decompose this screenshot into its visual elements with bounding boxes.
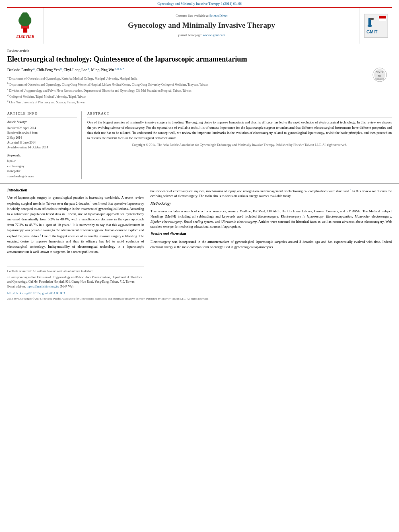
journal-title-section: Contents lists available at ScienceDirec… (43, 8, 360, 44)
body-right-column: the incidence of electrosurgical injurie… (150, 188, 392, 289)
methodology-paragraph: This review includes a search of electro… (150, 209, 392, 230)
abstract-text: One of the biggest enemies of minimally … (87, 120, 392, 140)
author-2-sup: b (60, 67, 62, 70)
journal-homepage: journal homepage: www.e-gmit.com (178, 33, 225, 37)
email-link[interactable]: mpwu@mail.chinei.org.tw (27, 285, 59, 288)
affil-c: c Division of Urogynecology and Pelvic F… (7, 87, 392, 93)
author-4-name: Ming-Ping Wu (91, 68, 114, 72)
author-1-name: Deeksha Pandey (7, 68, 33, 72)
bottom-links: http://dx.doi.org/10.1016/j.gmit.2014.06… (7, 291, 392, 301)
doi-anchor[interactable]: http://dx.doi.org/10.1016/j.gmit.2014.06… (7, 292, 65, 295)
results-heading: Results and discussion (150, 232, 392, 237)
elsevier-tree-icon (14, 12, 36, 33)
affiliations: a Department of Obstetrics and Gynecolog… (7, 75, 392, 105)
conflicts-footnote: Conflicts of interest: All authors have … (7, 269, 144, 273)
history-online: Available online 14 October 2014 (7, 145, 77, 150)
keyword-2: electrosurgery (7, 164, 77, 169)
author-3-sup: b (87, 67, 89, 70)
corresponding-label: Corresponding (9, 275, 27, 279)
affil-a: a Department of Obstetrics and Gynecolog… (7, 75, 392, 81)
affil-e: e Chia Nan University of Pharmacy and Sc… (7, 99, 392, 105)
affil-d: d College of Medicine, Taipei Medical Un… (7, 93, 392, 99)
methodology-heading: Methodology (150, 201, 392, 206)
gmit-logo: GMIT (364, 14, 388, 38)
article-info-header: ARTICLE INFO (7, 111, 77, 117)
affil-b: b Department of Obstetrics and Gynecolog… (7, 81, 392, 87)
keywords-list: bipolar electrosurgery monopolar vessel … (7, 159, 77, 179)
keyword-4: vessel sealing devices (7, 174, 77, 179)
abstract-header: ABSTRACT (87, 111, 392, 117)
history-accepted: Accepted 13 June 2014 (7, 140, 77, 145)
results-paragraph: Electrosurgery was incorporated in the a… (150, 239, 392, 250)
article-history-label: Article history: (7, 120, 77, 124)
svg-text:Check: Check (376, 71, 384, 74)
intro-right-paragraph: the incidence of electrosurgical injurie… (150, 188, 392, 199)
keywords-label: Keywords: (7, 153, 77, 158)
author-1-sup: a (33, 67, 35, 70)
svg-text:GMIT: GMIT (366, 29, 378, 34)
elsevier-logo-container: ELSEVIER (7, 8, 43, 44)
article-title: Electrosurgical technology: Quintessence… (7, 55, 392, 64)
intro-heading: Introduction (7, 188, 144, 193)
history-revised-date: 2 May 2014 (7, 136, 77, 140)
doi-link[interactable]: http://dx.doi.org/10.1016/j.gmit.2014.06… (7, 291, 392, 296)
abstract-copyright: Copyright © 2014, The Asia-Pacific Assoc… (87, 143, 392, 147)
sciencedirect-line: Contents lists available at ScienceDirec… (176, 14, 228, 18)
svg-text:updates: updates (375, 78, 384, 80)
keyword-3: monopolar (7, 169, 77, 174)
gmit-logo-container: GMIT (360, 8, 392, 44)
sciencedirect-link[interactable]: ScienceDirect (210, 14, 228, 18)
author-4-sup: c, d, e, * (114, 67, 124, 70)
footnotes-left: Conflicts of interest: All authors have … (7, 267, 144, 289)
intro-paragraph: Use of laparoscopic surgery in gynecolog… (7, 195, 144, 254)
article-info-column: ARTICLE INFO Article history: Received 2… (7, 111, 82, 179)
elsevier-logo: ELSEVIER (14, 12, 36, 39)
history-revised-label: Received in revised form (7, 131, 77, 136)
journal-url[interactable]: www.e-gmit.com (203, 33, 225, 37)
journal-title: Gynecology and Minimally Invasive Therap… (128, 20, 275, 31)
svg-rect-11 (370, 18, 374, 20)
crossmark-badge: Check for updates (372, 68, 388, 83)
section-divider (0, 183, 399, 184)
body-left-column: Introduction Use of laparoscopic surgery… (7, 188, 144, 289)
svg-text:for: for (378, 74, 382, 77)
info-abstract-section: ARTICLE INFO Article history: Received 2… (7, 108, 392, 179)
author-2-name: Chih-Feng Yen (37, 68, 60, 72)
authors-line: Deeksha Pandey a, Chih-Feng Yen b, Chyi-… (7, 67, 392, 73)
abstract-column: ABSTRACT One of the biggest enemies of m… (87, 111, 392, 179)
author-3-name: Chyi-Long Lee (64, 68, 87, 72)
history-received: Received 28 April 2014 (7, 126, 77, 131)
keyword-1: bipolar (7, 159, 77, 164)
page: Gynecology and Minimally Invasive Therap… (0, 0, 399, 532)
gmit-logo-icon: GMIT (364, 14, 388, 37)
journal-top-citation: Gynecology and Minimally Invasive Therap… (157, 2, 242, 6)
journal-top-bar: Gynecology and Minimally Invasive Therap… (0, 0, 399, 7)
email-footnote: E-mail address: mpwu@mail.chinei.org.tw … (7, 284, 144, 289)
svg-rect-10 (368, 25, 372, 27)
corresponding-footnote: * Corresponding author, Division of Urog… (7, 275, 144, 284)
svg-rect-8 (379, 18, 386, 21)
elsevier-wordmark: ELSEVIER (16, 34, 34, 39)
bottom-copyright: 2213-3070/Copyright © 2014, The Asia-Pac… (7, 297, 392, 301)
article-content: Check for updates Review article Electro… (7, 44, 392, 179)
journal-header: ELSEVIER Contents lists available at Sci… (7, 7, 392, 44)
article-type-label: Review article (7, 48, 392, 53)
body-section: Introduction Use of laparoscopic surgery… (7, 188, 392, 289)
svg-rect-7 (379, 16, 386, 18)
article-history-items: Received 28 April 2014 Received in revis… (7, 126, 77, 150)
crossmark-icon: Check for updates (372, 68, 387, 82)
